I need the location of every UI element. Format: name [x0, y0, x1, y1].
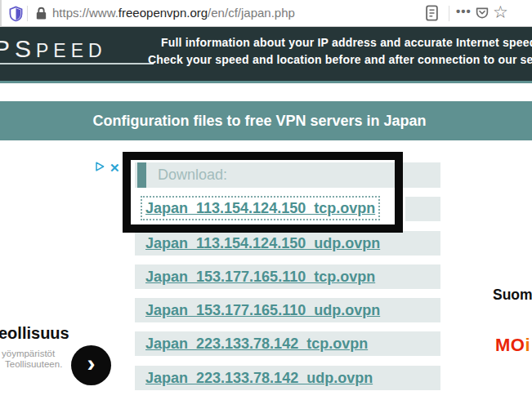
header-accent-bar [137, 162, 146, 188]
header-tagline-line1: Full information about your IP address a… [161, 36, 532, 49]
ovpn-download-link[interactable]: Japan_223.133.78.142_tcp.ovpn [145, 336, 368, 352]
ovpn-file-row: Japan_113.154.124.150_udp.ovpn [135, 231, 440, 256]
site-logo[interactable]: PSPEED [0, 35, 107, 63]
adchoices-icon[interactable] [94, 161, 106, 176]
pocket-icon[interactable] [475, 6, 490, 24]
tracking-protection-shield-icon[interactable] [9, 6, 23, 25]
ovpn-download-link[interactable]: Japan_153.177.165.110_tcp.ovpn [145, 269, 375, 285]
download-header-row: Download: [135, 162, 440, 188]
page-title: Configuration files to free VPN servers … [0, 101, 532, 140]
left-ad-text-line1: yöympäristöt [2, 349, 55, 358]
ovpn-file-row: Japan_223.133.78.142_udp.ovpn [135, 366, 440, 390]
logo-underline [0, 63, 154, 64]
page-actions-icon[interactable]: ••• [456, 4, 472, 18]
divider [449, 6, 449, 21]
ovpn-download-link[interactable]: Japan_153.177.165.110_udp.ovpn [145, 302, 380, 318]
site-header: PSPEED Full information about your IP ad… [0, 27, 532, 83]
reader-mode-icon[interactable] [426, 5, 438, 24]
left-ad-next-button[interactable]: › [71, 345, 111, 385]
url-domain: freeopenvpn.org [118, 6, 208, 20]
ovpn-download-link[interactable]: Japan_113.154.124.150_udp.ovpn [145, 235, 380, 251]
ovpn-file-row: Japan_153.177.165.110_tcp.ovpn [135, 264, 440, 289]
bookmark-star-icon[interactable]: ☆ [493, 2, 508, 22]
ovpn-file-row: Japan_223.133.78.142_tcp.ovpn [135, 331, 440, 356]
chevron-right-icon: › [87, 349, 96, 377]
lock-icon[interactable] [35, 7, 47, 24]
browser-url-bar[interactable]: https://www.freeopenvpn.org/en/cf/japan.… [0, 0, 532, 27]
url-path: /en/cf/japan.php [208, 6, 295, 20]
address-url[interactable]: https://www.freeopenvpn.org/en/cf/japan.… [52, 6, 295, 20]
ovpn-file-row: Japan_113.154.124.150_tcp.ovpn [135, 197, 440, 221]
page: https://www.freeopenvpn.org/en/cf/japan.… [0, 0, 532, 400]
right-ad-logo[interactable]: MOi [495, 335, 530, 356]
right-ad-title: Suom [493, 287, 532, 304]
logo-text-large: PS [0, 35, 36, 62]
left-ad-text-line2: Teollisuuteen. [5, 359, 62, 369]
header-tagline-line2: Check your speed and location before and… [148, 53, 532, 66]
ovpn-file-row: Japan_153.177.165.110_udp.ovpn [135, 298, 440, 322]
right-ad-logo-i: i [525, 335, 530, 355]
left-ad-title: eollisuus [0, 324, 69, 343]
logo-text-small: PEED [36, 40, 107, 61]
ovpn-download-link[interactable]: Japan_113.154.124.150_tcp.ovpn [142, 198, 378, 219]
ovpn-download-link[interactable]: Japan_223.133.78.142_udp.ovpn [145, 370, 373, 386]
download-list: Download: Japan_113.154.124.150_tcp.ovpn… [135, 162, 440, 390]
url-scheme: https://www. [52, 6, 118, 20]
download-label: Download: [158, 167, 227, 184]
page-banner: Configuration files to free VPN servers … [0, 101, 532, 140]
adchoices-controls: ✕ [94, 161, 120, 176]
right-ad-logo-mo: MO [495, 335, 525, 355]
divider [27, 6, 28, 21]
ad-close-icon[interactable]: ✕ [110, 161, 120, 176]
